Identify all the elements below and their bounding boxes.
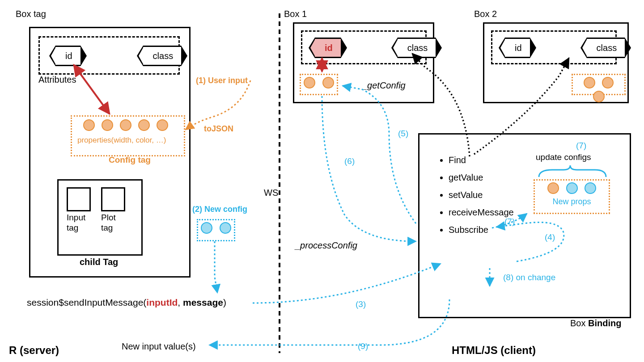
step-2-label: (2) New config <box>192 205 247 214</box>
properties-label: properties(width, color, …) <box>72 133 184 145</box>
child-tag-heading: child Tag <box>80 257 118 267</box>
box2-config <box>572 74 626 95</box>
binding-receivemessage: receiveMessage <box>449 207 514 218</box>
step-4-label: (4) <box>545 232 555 242</box>
new-props-label: New props <box>535 197 609 206</box>
prop-dot-icon <box>547 182 559 194</box>
box-binding-label: Box Binding <box>570 318 621 328</box>
config-tag-box: properties(width, color, …) <box>71 115 185 156</box>
box1-id-label: id <box>325 43 333 53</box>
step-5-label: (5) <box>398 129 408 139</box>
box-tag-title: Box tag <box>16 9 46 19</box>
attributes-box: id class <box>38 36 180 75</box>
binding-setvalue: setValue <box>449 190 514 200</box>
prop-dot-icon <box>322 77 334 88</box>
send-input-message: session$sendInputMessage(inputId, messag… <box>27 297 226 308</box>
plot-tag-icon <box>101 187 125 211</box>
step-9-label: (9) <box>358 341 368 351</box>
box2-id-hex: id <box>505 38 530 58</box>
box2-label: Box 2 <box>474 9 497 19</box>
prop-dot-icon <box>102 119 113 131</box>
box2-class-label: class <box>597 43 617 53</box>
class-hex-label: class <box>153 51 174 61</box>
binding-subscribe: Subscribe <box>449 225 514 235</box>
step-8-label: (8) on change <box>503 273 555 282</box>
step-6-label: (6) <box>344 156 355 166</box>
box-binding-container: Find getValue setValue receiveMessage Su… <box>418 133 631 318</box>
box2-class-hex: class <box>587 38 625 58</box>
binding-find: Find <box>449 155 514 165</box>
r-server-label: R (server) <box>9 344 59 357</box>
step-7b-label: (7) <box>504 217 515 227</box>
new-config-box <box>197 219 235 241</box>
prop-dot-icon <box>157 119 168 131</box>
box2-container: id class <box>483 22 629 103</box>
prop-dot-icon <box>584 77 595 88</box>
new-prop-dot-icon <box>566 182 578 194</box>
update-configs-label: update configs <box>536 152 591 162</box>
processconfig-label: _processConfig <box>295 240 357 251</box>
binding-getvalue: getValue <box>449 173 514 183</box>
id-hex: id <box>55 46 80 66</box>
box2-id-label: id <box>515 43 522 53</box>
id-hex-label: id <box>65 51 72 61</box>
tojson-label: toJSON <box>204 124 233 134</box>
new-prop-dot-icon <box>585 182 596 194</box>
box1-container: id class <box>293 22 434 103</box>
box1-label: Box 1 <box>284 9 307 19</box>
prop-dot-icon <box>593 91 605 102</box>
box-tag-container: id class Attributes properties(width, co… <box>29 27 191 278</box>
config-tag-label: Config tag <box>109 155 151 165</box>
class-hex: class <box>143 46 182 66</box>
ws-label: WS <box>264 188 278 198</box>
prop-dot-icon <box>138 119 150 131</box>
prop-dot-icon <box>304 77 315 88</box>
box1-attrs: id class <box>301 30 427 64</box>
step-3-label: (3) <box>356 299 366 309</box>
box1-config <box>300 74 338 95</box>
prop-dot-icon <box>602 77 614 88</box>
plot-tag-label: Plot tag <box>101 213 128 233</box>
box1-class-hex: class <box>398 38 436 58</box>
new-input-values-label: New input value(s) <box>122 341 196 352</box>
getconfig-label: _getConfig <box>362 80 406 91</box>
input-tag-label: Input tag <box>67 213 93 233</box>
step-1-label: (1) User input <box>196 76 248 85</box>
step-7a-label: (7) <box>576 141 586 151</box>
new-props-box: New props <box>534 179 610 214</box>
box1-id-hex: id <box>315 38 341 58</box>
new-config-dot-icon <box>220 222 231 234</box>
box2-attrs: id class <box>491 30 617 64</box>
new-config-dot-icon <box>201 222 212 234</box>
input-tag-icon <box>67 187 91 211</box>
attributes-label: Attributes <box>38 75 76 85</box>
client-label: HTML/JS (client) <box>452 344 536 357</box>
prop-dot-icon <box>83 119 95 131</box>
child-tag-box: Input tag Plot tag <box>57 179 143 256</box>
box1-class-label: class <box>407 43 428 53</box>
prop-dot-icon <box>120 119 131 131</box>
